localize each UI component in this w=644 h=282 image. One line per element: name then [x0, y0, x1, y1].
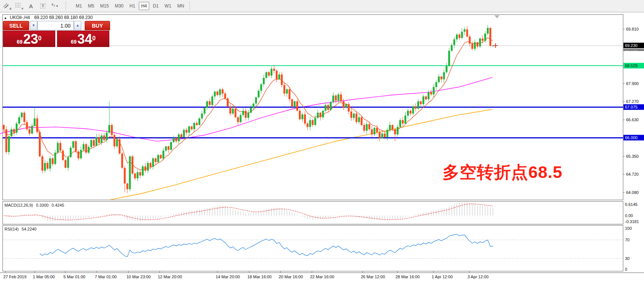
timeframe-button-m5[interactable]: M5: [86, 2, 97, 10]
text-icon[interactable]: A: [26, 1, 36, 10]
macd-axis-label: -0.3181: [625, 219, 639, 224]
buy-price-display[interactable]: 69 34 0: [57, 31, 109, 47]
toolbar-separator: [190, 1, 190, 10]
macd-axis-label: 0.00: [625, 213, 633, 218]
equidistant-channel-icon[interactable]: E: [2, 1, 12, 10]
buy-price-sup: 0: [92, 31, 96, 46]
macd-panel[interactable]: [3, 201, 623, 224]
toolbar-separator: [66, 1, 66, 10]
price-axis-label: 67.270: [626, 99, 639, 104]
trading-terminal-window: { "toolbar": { "icons": [ { "name": "equ…: [0, 0, 644, 282]
price-marker-66.000: 66.000: [623, 135, 644, 141]
timeframe-button-m1[interactable]: M1: [74, 2, 84, 10]
time-axis-label: 20 Mar 16:00: [279, 275, 303, 279]
volume-input[interactable]: [37, 21, 74, 30]
symbol-period-label: UKOil-,H4: [10, 15, 30, 20]
rsi-panel[interactable]: [3, 225, 623, 271]
arrows-icon[interactable]: ▾: [50, 1, 63, 10]
timeframe-button-m30[interactable]: M30: [113, 2, 126, 10]
price-marker-67.075: 67.075: [623, 104, 644, 110]
volume-decrease-button[interactable]: ▼: [30, 21, 37, 30]
time-axis-label: 7 Mar 01:00: [95, 275, 117, 279]
sell-price-sup: 0: [38, 31, 41, 46]
time-axis-label: 12 Mar 20:00: [158, 275, 182, 279]
time-axis-label: 1 Mar 05:00: [33, 275, 55, 279]
price-axis-label: 69.810: [626, 27, 639, 31]
fibonacci-letter: F: [22, 7, 24, 10]
price-axis-label: 65.350: [626, 154, 639, 159]
time-axis-label: 3 Apr 12:00: [468, 275, 488, 279]
price-marker-69.180: 69.180: [623, 49, 644, 51]
buy-price-prefix: 69: [71, 38, 77, 46]
time-axis-label: 22 Mar 16:00: [310, 275, 334, 279]
rsi-axis-label: 100: [625, 226, 632, 231]
time-axis-label: 1 Apr 12:00: [432, 275, 453, 279]
sell-price-prefix: 69: [17, 38, 23, 46]
macd-main-value: 0.3300: [36, 203, 49, 207]
rsi-label: RSI(14) 54.2240: [4, 227, 37, 231]
timeframe-button-h1[interactable]: H1: [127, 2, 137, 10]
toolbar: E F A T ▾ M1 M5 M15 M30 H1 H4 D1 W1 MN: [0, 0, 644, 12]
sell-price-main: 23: [23, 33, 38, 46]
timeframe-button-h4[interactable]: H4: [139, 2, 149, 10]
rsi-axis-label: 0: [625, 267, 627, 272]
fibonacci-retracement-icon[interactable]: F: [14, 1, 24, 10]
macd-signal-value: 0.4245: [51, 203, 64, 207]
ohlc-quotes: 69.220 69.260 69.180 69.230: [34, 15, 93, 20]
timeframe-button-mn[interactable]: MN: [175, 2, 187, 10]
time-axis-label: 28 Mar 16:00: [396, 275, 420, 279]
chart-canvas[interactable]: [0, 12, 644, 282]
rsi-value: 54.2240: [22, 227, 37, 231]
price-axis-label: 66.630: [626, 118, 639, 122]
time-axis-label: 27 Feb 2019: [3, 275, 26, 279]
rsi-axis-label: 70: [625, 238, 629, 242]
macd-axis-label: 0.6145: [625, 202, 638, 207]
buy-button[interactable]: BUY: [85, 21, 110, 30]
chart-title: ▲ UKOil-,H4 69.220 69.260 69.180 69.230: [4, 15, 93, 20]
price-axis-label: 64.080: [626, 190, 639, 195]
sell-price-display[interactable]: 69 23 0: [3, 31, 55, 47]
timeframe-button-d1[interactable]: D1: [151, 2, 161, 10]
timeframe-button-w1[interactable]: W1: [162, 2, 173, 10]
price-marker-69.230: 69.230: [623, 43, 644, 48]
text-label-icon[interactable]: T: [38, 1, 48, 10]
price-marker-68.529: 68.529: [623, 63, 644, 68]
equidistant-channel-letter: E: [10, 7, 12, 10]
chart-text-annotation: 多空转折点68.5: [443, 161, 563, 184]
time-axis-label: 14 Mar 20:00: [216, 275, 240, 279]
time-axis-label: 5 Mar 01:00: [63, 275, 85, 279]
buy-price-main: 34: [77, 33, 92, 46]
rsi-axis-label: 30: [625, 256, 629, 261]
price-axis-label: 67.900: [626, 81, 639, 86]
arrows-dropdown-caret: ▾: [56, 4, 58, 8]
collapse-quote-panel-icon[interactable]: ▲: [4, 16, 7, 20]
price-axis-label: 64.720: [626, 172, 639, 176]
volume-increase-button[interactable]: ▲: [74, 21, 81, 30]
sell-button[interactable]: SELL: [3, 21, 29, 30]
macd-label: MACD(12,26,9) 0.3300 0.4245: [4, 203, 64, 207]
one-click-trading-panel: SELL ▼ ▲ BUY 69 23 0 69 34 0: [3, 21, 111, 47]
time-axis-label: 18 Mar 16:00: [247, 275, 272, 279]
timeframe-button-m15[interactable]: M15: [98, 2, 111, 10]
time-axis-label: 10 Mar 23:00: [126, 275, 151, 279]
time-axis-label: 26 Mar 12:00: [361, 275, 385, 279]
